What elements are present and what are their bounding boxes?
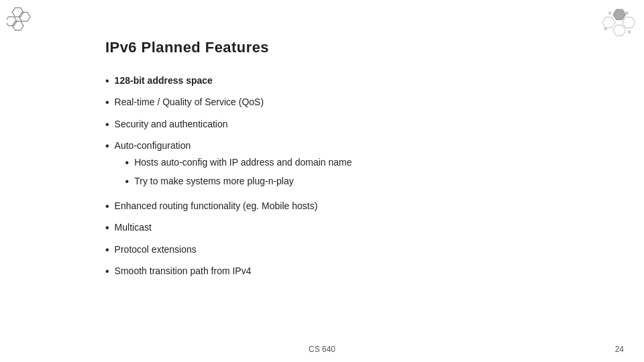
list-item: • Security and authentication — [105, 117, 590, 132]
svg-marker-7 — [613, 25, 626, 36]
svg-marker-5 — [602, 17, 615, 28]
bullet-text: Smooth transition path from IPv4 — [115, 264, 252, 278]
list-item: • Smooth transition path from IPv4 — [105, 264, 590, 279]
slide-title: IPv6 Planned Features — [105, 39, 269, 56]
bullet-dot: • — [105, 139, 109, 154]
list-item: • Protocol extensions — [105, 243, 590, 257]
slide-container: IPv6 Planned Features • 128-bit address … — [0, 0, 644, 362]
svg-marker-4 — [613, 9, 626, 20]
footer-center: CS 640 — [309, 345, 335, 354]
sub-bullet-dot: • — [125, 156, 129, 170]
bullet-dot: • — [105, 264, 109, 279]
bullet-text: Multicast — [115, 221, 152, 235]
sub-bullet-dot: • — [125, 174, 129, 189]
logo-top-right — [600, 5, 637, 42]
bullet-text: Enhanced routing functionality (eg. Mobi… — [115, 199, 318, 213]
sub-bullet-list: • Hosts auto-config with IP address and … — [125, 156, 352, 189]
svg-point-10 — [604, 27, 608, 31]
footer-right: 24 — [615, 345, 624, 354]
footer: CS 640 24 — [0, 345, 644, 354]
bullet-list: • 128-bit address space • Real-time / Qu… — [105, 74, 590, 280]
list-item: • Multicast — [105, 221, 590, 235]
bullet-dot: • — [105, 199, 109, 214]
bullet-with-sub: Auto-configuration • Hosts auto-config w… — [115, 139, 352, 192]
bullet-dot: • — [105, 221, 109, 235]
sub-list-item: • Try to make systems more plug-n-play — [125, 174, 352, 189]
content-area: • 128-bit address space • Real-time / Qu… — [105, 74, 590, 286]
list-item: • Auto-configuration • Hosts auto-config… — [105, 139, 590, 192]
svg-point-8 — [608, 11, 612, 15]
sub-bullet-text: Try to make systems more plug-n-play — [134, 174, 294, 188]
bullet-text: Security and authentication — [115, 117, 228, 131]
sub-list-item: • Hosts auto-config with IP address and … — [125, 156, 352, 170]
bullet-dot: • — [105, 243, 109, 257]
bullet-text: Real-time / Quality of Service (QoS) — [115, 95, 264, 109]
list-item: • 128-bit address space — [105, 74, 590, 88]
bullet-dot: • — [105, 74, 109, 88]
bullet-dot: • — [105, 117, 109, 132]
svg-point-9 — [625, 11, 629, 15]
logo-top-left — [7, 7, 40, 40]
bullet-text: Auto-configuration — [115, 140, 191, 151]
bullet-text: 128-bit address space — [115, 74, 213, 88]
list-item: • Enhanced routing functionality (eg. Mo… — [105, 199, 590, 214]
bullet-text: Protocol extensions — [115, 243, 197, 257]
sub-bullet-text: Hosts auto-config with IP address and do… — [134, 156, 352, 170]
bullet-dot: • — [105, 95, 109, 110]
list-item: • Real-time / Quality of Service (QoS) — [105, 95, 590, 110]
svg-point-11 — [628, 30, 631, 34]
svg-marker-6 — [623, 17, 635, 28]
